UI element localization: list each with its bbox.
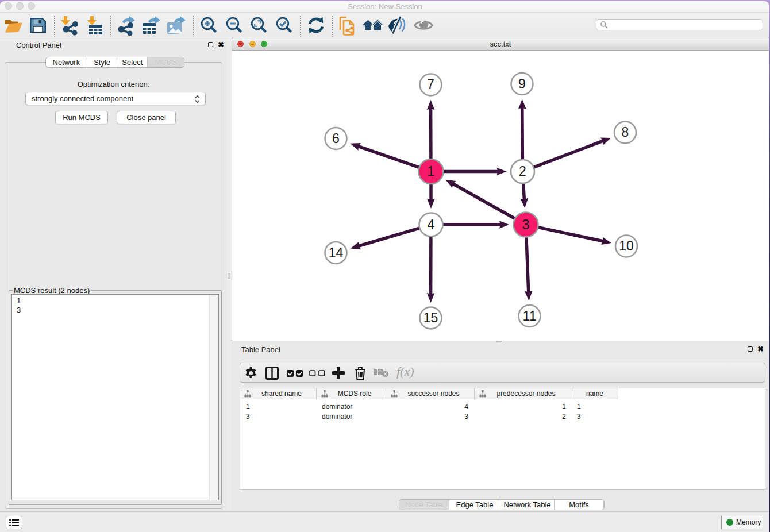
svg-text:1: 1 (428, 164, 435, 179)
svg-text:4: 4 (428, 217, 435, 232)
svg-text:7: 7 (427, 77, 434, 92)
svg-text:9: 9 (518, 76, 526, 91)
svg-text:3: 3 (522, 217, 530, 232)
svg-text:14: 14 (329, 245, 344, 260)
svg-text:8: 8 (622, 125, 629, 140)
svg-text:11: 11 (523, 309, 537, 323)
svg-text:6: 6 (332, 131, 340, 146)
svg-text:2: 2 (519, 164, 526, 179)
svg-text:10: 10 (619, 238, 634, 253)
svg-text:15: 15 (424, 310, 438, 325)
